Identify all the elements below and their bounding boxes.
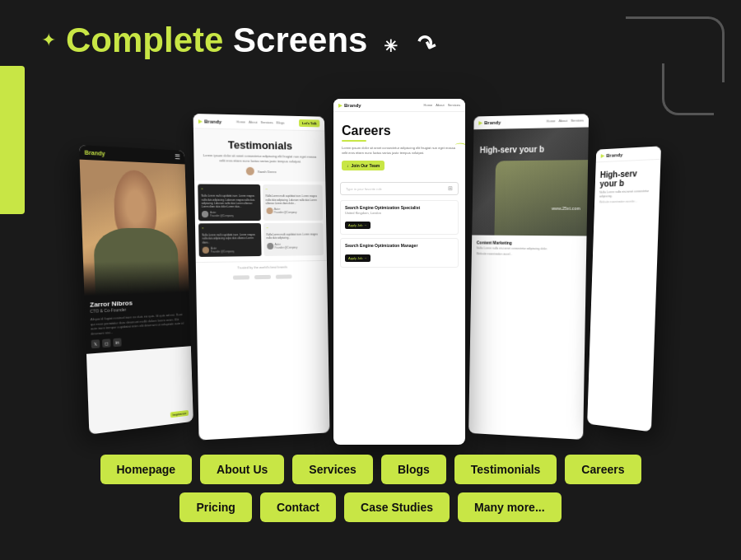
screen2-nav-links: Home About Services Blogs bbox=[236, 119, 284, 124]
nav-about: About bbox=[249, 120, 258, 124]
profile-screen: Brandy ☰ Zarror Nibros CTO & Co-Founder … bbox=[79, 145, 193, 435]
btn-pricing[interactable]: Pricing bbox=[179, 492, 251, 522]
quote-icon-4: " bbox=[266, 226, 319, 231]
reviewer-row: Sarah Green bbox=[201, 166, 319, 177]
service-heading: High-serv your b bbox=[480, 145, 545, 155]
testimonials-grid: " Nulla Lorem multi cupidatat irure. Lor… bbox=[194, 181, 327, 260]
testimonials-subtext: Lorem ipsum dolor sit amet consectetur a… bbox=[201, 153, 319, 164]
service-content: Content Marketing Nulla Lorem nulla nisi… bbox=[472, 236, 587, 263]
sparkle-icon: ✦ bbox=[41, 31, 56, 49]
screen3-nav-home: Home bbox=[424, 103, 433, 107]
brand-logo-3 bbox=[276, 274, 292, 278]
service-hero-text: High-serv your b bbox=[480, 145, 545, 155]
profile-tag: Inspirance bbox=[170, 410, 189, 418]
screen4-logo: ▶ Brandy bbox=[478, 119, 501, 126]
testi-author-4: AutorFounder @Company bbox=[267, 242, 320, 250]
content-tag: Content Marketing bbox=[477, 240, 581, 245]
job-title-1: Search Engine Optimization Specialist bbox=[345, 205, 454, 210]
apply-btn-1[interactable]: Apply Job → bbox=[345, 222, 370, 229]
btn-careers[interactable]: Careers bbox=[565, 455, 641, 484]
screen3-nav-services: Services bbox=[448, 103, 460, 107]
screen1-logo: Brandy bbox=[84, 149, 105, 156]
author-info-3: AutorFounder @Company bbox=[211, 246, 234, 253]
twitter-icon[interactable]: 𝕏 bbox=[91, 340, 100, 349]
buttons-row-2: Pricing Contact Case Studies Many more..… bbox=[33, 492, 708, 522]
buttons-row-1: Homepage About Us Services Blogs Testimo… bbox=[33, 455, 708, 484]
testimonial-card-2: " Nulla Lorem multi cupidatat irure. Lor… bbox=[263, 184, 324, 221]
filter-icon[interactable]: ⊞ bbox=[448, 185, 453, 192]
page-title: Complete Screens ✳ ↷ bbox=[66, 23, 435, 58]
btn-contact[interactable]: Contact bbox=[260, 492, 336, 522]
profile-info: Zarror Nibros CTO & Co-Founder Aliqua id… bbox=[84, 292, 190, 355]
content-text-extra: Website examination accel... bbox=[477, 252, 581, 257]
testi-author-2: AutorFounder @Company bbox=[266, 208, 319, 214]
apply-btn-2[interactable]: Apply Job → bbox=[345, 254, 370, 262]
content-text: Nulla Lorem nulla nisi amet consectetur … bbox=[477, 246, 581, 251]
nav-home: Home bbox=[236, 119, 245, 124]
screen2-logo: ▶ Brandy bbox=[198, 118, 221, 124]
screen4-nav-services: Services bbox=[571, 118, 584, 122]
testi-text-2: Nulla Lorem multi cupidatat irure. Lorem… bbox=[266, 194, 319, 205]
search-placeholder: Type in your favorite role bbox=[346, 187, 382, 191]
job-title-2: Search Engine Optimization Manager bbox=[345, 243, 454, 248]
testimonials-heading: Testimonials bbox=[200, 139, 319, 153]
brand-logos bbox=[196, 271, 327, 282]
button-tags-area: Homepage About Us Services Blogs Testimo… bbox=[0, 445, 741, 522]
watermark: www.25xt.com bbox=[552, 206, 580, 211]
btn-testimonials[interactable]: Testimonials bbox=[454, 455, 557, 484]
join-btn-label: Join Our Team bbox=[352, 163, 380, 168]
testi-text-4: Nulla Lorem multi cupidatat irure. Lorem… bbox=[267, 233, 320, 240]
reviewer-name: Sarah Green bbox=[258, 170, 277, 174]
screen3-nav: ▶ Brandy Home About Services bbox=[333, 99, 465, 112]
testimonial-card-1: " Nulla Lorem multi cupidatat irure. Lor… bbox=[198, 184, 260, 221]
btn-services[interactable]: Services bbox=[292, 455, 373, 484]
screen4-nav-links: Home About Services bbox=[547, 118, 584, 123]
author-info-2: AutorFounder @Company bbox=[274, 208, 297, 214]
author-avatar-4 bbox=[267, 242, 273, 249]
person-image bbox=[80, 160, 189, 296]
brand-logo-2 bbox=[254, 275, 271, 279]
screen2-cta[interactable]: Let's Talk bbox=[299, 119, 319, 127]
careers-heading: Careers bbox=[342, 124, 457, 138]
arrow-icon: ↷ bbox=[412, 30, 438, 58]
title-part1: Complete bbox=[66, 21, 223, 59]
testi-text-1: Nulla Lorem multi cupidatat irure. Lorem… bbox=[202, 194, 258, 208]
nav-blogs: Blogs bbox=[277, 120, 285, 124]
instagram-icon[interactable]: ◻ bbox=[102, 339, 111, 348]
services-exam: Website examination acceler... bbox=[599, 199, 655, 203]
screen5-logo: ▶ Brandy bbox=[601, 152, 623, 158]
careers-subtext: Lorem ipsum dolor sit amet consectetur a… bbox=[342, 146, 457, 156]
download-icon: ↓ bbox=[347, 163, 349, 168]
linkedin-icon[interactable]: in bbox=[113, 338, 121, 348]
job-search[interactable]: Type in your favorite role ⊞ bbox=[340, 182, 459, 195]
services-heading: High-serv your b bbox=[599, 168, 655, 188]
title-part2: Screens bbox=[223, 21, 367, 59]
author-avatar-1 bbox=[202, 211, 208, 217]
quote-icon-3: " bbox=[202, 226, 257, 231]
btn-about-us[interactable]: About Us bbox=[200, 455, 284, 484]
join-team-button[interactable]: ↓ Join Our Team bbox=[342, 161, 384, 170]
testimonials-screen: ▶ Brandy Home About Services Blogs Let's… bbox=[193, 114, 330, 441]
profile-bio: Aliqua id fugiat nostrud irure ex duis e… bbox=[91, 312, 186, 336]
btn-case-studies[interactable]: Case Studies bbox=[344, 492, 450, 522]
job-card-1: Search Engine Optimization Specialist Un… bbox=[340, 200, 459, 235]
careers-hero: Careers Lorem ipsum dolor sit amet conse… bbox=[333, 112, 465, 177]
testimonial-card-3: " Nulla Lorem multi cupidatat irure. Lor… bbox=[198, 223, 261, 257]
testi-author-3: AutorFounder @Company bbox=[203, 246, 258, 254]
testi-author-1: AutorFounder @Company bbox=[202, 211, 257, 217]
quote-icon-2: " bbox=[266, 188, 319, 193]
service-hero-image: High-serv your b www.25xt.com bbox=[472, 127, 589, 236]
services-hero: High-serv your b Nulla Lorem nulla nisi … bbox=[594, 160, 661, 212]
desk-image bbox=[494, 160, 588, 236]
screen4-nav-home: Home bbox=[547, 119, 556, 123]
screen3-nav-links: Home About Services bbox=[424, 103, 460, 107]
brand-logo-1 bbox=[233, 275, 249, 279]
btn-homepage[interactable]: Homepage bbox=[100, 455, 193, 484]
services-subtext: Nulla Lorem nulla nisi amet consectetur … bbox=[599, 189, 655, 198]
btn-blogs[interactable]: Blogs bbox=[381, 455, 446, 484]
btn-many-more[interactable]: Many more... bbox=[458, 492, 562, 522]
profile-photo bbox=[80, 160, 189, 296]
author-info-4: AutorFounder @Company bbox=[275, 242, 298, 249]
screen3-logo: ▶ Brandy bbox=[338, 102, 361, 108]
social-links: 𝕏 ◻ in bbox=[91, 334, 187, 349]
